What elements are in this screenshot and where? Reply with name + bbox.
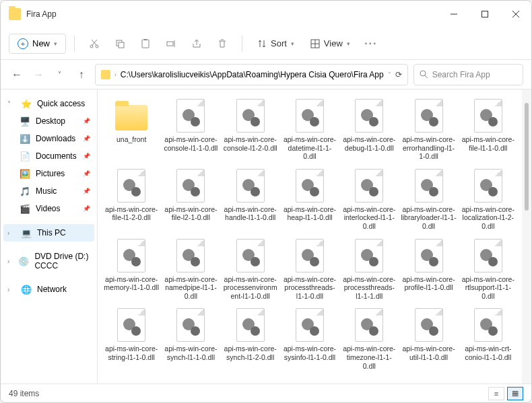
sidebar-item-this-pc[interactable]: ›💻This PC [3,224,94,242]
file-item[interactable]: api-ms-win-core-string-l1-1-0.dll [103,304,160,373]
back-button[interactable]: ← [9,65,25,85]
address-bar[interactable]: › C:\Users\karolisliucveikis\AppData\Roa… [95,64,408,85]
file-name: api-ms-win-crt-conio-l1-1-0.dll [460,344,517,361]
sidebar-item-network[interactable]: ›🌐Network [3,281,94,298]
sidebar-icon: 🎵 [20,186,30,196]
file-item[interactable]: api-ms-win-core-libraryloader-l1-1-0.dll [400,165,457,233]
file-name: api-ms-win-core-sysinfo-l1-1-0.dll [281,344,338,361]
file-item[interactable]: api-ms-win-core-processthreads-l1-1-1.dl… [341,235,397,303]
file-item[interactable]: api-ms-win-core-namedpipe-l1-1-0.dll [162,235,219,303]
recent-dropdown[interactable]: ˅ [52,65,68,85]
file-item[interactable]: api-ms-win-core-localization-l1-2-0.dll [460,165,517,233]
svg-rect-10 [167,42,173,46]
pin-icon: 📌 [83,205,90,212]
forward-button[interactable]: → [30,65,46,85]
file-item[interactable]: api-ms-win-core-sysinfo-l1-1-0.dll [281,304,338,373]
icons-view-toggle[interactable]: ▦ [507,387,523,400]
more-button[interactable]: ··· [360,32,383,55]
sort-button[interactable]: Sort ▾ [251,34,301,52]
file-name: api-ms-win-core-rtlsupport-l1-1-0.dll [460,275,517,301]
file-item[interactable]: api-ms-win-core-timezone-l1-1-0.dll [341,304,397,373]
svg-line-16 [425,75,428,78]
view-button[interactable]: View ▾ [304,34,357,52]
sidebar-item-label: Quick access [37,99,85,108]
delete-button[interactable] [211,32,234,55]
file-item[interactable]: api-ms-win-core-debug-l1-1-0.dll [341,95,397,163]
sidebar-item-desktop[interactable]: 🖥️Desktop📌 [3,112,94,130]
file-item[interactable]: api-ms-win-core-interlocked-l1-1-0.dll [341,165,397,233]
pin-icon: 📌 [83,135,90,142]
scrollbar[interactable] [522,89,531,383]
file-item[interactable]: api-ms-win-core-heap-l1-1-0.dll [281,165,338,233]
content-wrap: una_frontapi-ms-win-core-console-l1-1-0.… [98,89,531,383]
file-item[interactable]: api-ms-win-core-memory-l1-1-0.dll [103,235,160,303]
folder-item[interactable]: una_front [103,95,160,163]
file-name: api-ms-win-core-memory-l1-1-0.dll [103,275,160,292]
share-button[interactable] [185,32,208,55]
file-item[interactable]: api-ms-win-core-errorhandling-l1-1-0.dll [400,95,457,163]
file-name: api-ms-win-core-file-l1-2-0.dll [103,205,160,222]
close-button[interactable] [500,1,531,28]
rename-button[interactable] [160,32,182,55]
file-item[interactable]: api-ms-win-core-profile-l1-1-0.dll [400,235,457,303]
sidebar-icon: 💿 [18,256,29,266]
dll-file-icon [415,169,443,203]
file-item[interactable]: api-ms-win-core-file-l2-1-0.dll [162,165,219,233]
sidebar-item-label: Pictures [36,169,65,178]
sidebar-icon: 🌐 [21,284,32,295]
file-name: api-ms-win-core-localization-l1-2-0.dll [460,205,517,231]
file-item[interactable]: api-ms-win-core-console-l1-1-0.dll [162,95,219,163]
dll-file-icon [296,169,324,203]
sidebar-icon: ⭐ [21,98,32,109]
dll-file-icon [117,169,145,203]
file-item[interactable]: api-ms-win-core-datetime-l1-1-0.dll [281,95,338,163]
dll-file-icon [176,99,205,133]
details-view-toggle[interactable]: ≡ [488,387,504,400]
up-button[interactable]: ↑ [73,65,90,85]
file-name: api-ms-win-core-synch-l1-1-0.dll [162,344,219,361]
copy-button[interactable] [108,32,131,55]
svg-line-3 [512,11,519,17]
file-grid[interactable]: una_frontapi-ms-win-core-console-l1-1-0.… [98,89,522,383]
svg-rect-9 [144,39,147,40]
maximize-button[interactable] [469,1,500,28]
sidebar-item-dvd-drive-d-cccc[interactable]: ›💿DVD Drive (D:) CCCC [3,248,94,274]
cut-button[interactable] [83,32,106,55]
dll-file-icon [474,99,502,133]
dll-file-icon [296,99,324,133]
paste-button[interactable] [134,32,157,55]
search-input[interactable]: Search Fira App [413,64,523,85]
sidebar-item-label: Videos [36,204,60,213]
file-item[interactable]: api-ms-win-core-synch-l1-2-0.dll [222,304,279,373]
chevron-down-icon[interactable]: ˅ [388,71,391,78]
file-item[interactable]: api-ms-win-core-file-l1-2-0.dll [103,165,160,233]
file-item[interactable]: api-ms-win-core-console-l1-2-0.dll [222,95,279,163]
file-name: api-ms-win-core-namedpipe-l1-1-0.dll [162,275,219,301]
file-name: api-ms-win-core-processenvironment-l1-1-… [222,275,279,301]
sidebar-item-documents[interactable]: 📄Documents📌 [3,147,94,165]
file-item[interactable]: api-ms-win-core-rtlsupport-l1-1-0.dll [460,235,517,303]
file-item[interactable]: api-ms-win-core-file-l1-1-0.dll [460,95,517,163]
refresh-button[interactable]: ⟳ [395,70,402,79]
sidebar-item-pictures[interactable]: 🖼️Pictures📌 [3,165,94,182]
file-item[interactable]: api-ms-win-core-synch-l1-1-0.dll [162,304,219,373]
sidebar-item-downloads[interactable]: ⬇️Downloads📌 [3,130,94,147]
sidebar-item-quick-access[interactable]: ˅⭐Quick access [3,95,94,112]
svg-rect-6 [117,40,122,46]
minimize-button[interactable] [438,1,469,28]
file-name: api-ms-win-core-heap-l1-1-0.dll [281,205,338,222]
file-item[interactable]: api-ms-win-core-processthreads-l1-1-0.dl… [281,235,338,303]
file-item[interactable]: api-ms-win-crt-conio-l1-1-0.dll [460,304,517,373]
file-item[interactable]: api-ms-win-core-processenvironment-l1-1-… [222,235,279,303]
file-name: api-ms-win-core-libraryloader-l1-1-0.dll [401,205,457,231]
dll-file-icon [117,239,145,272]
sidebar-item-music[interactable]: 🎵Music📌 [3,182,94,200]
file-item[interactable]: api-ms-win-core-util-l1-1-0.dll [400,304,457,373]
new-button[interactable]: + New ▾ [9,34,66,54]
view-label: View [324,38,343,48]
svg-rect-7 [119,42,124,48]
dll-file-icon [474,308,502,342]
file-item[interactable]: api-ms-win-core-handle-l1-1-0.dll [222,165,279,233]
sidebar-item-videos[interactable]: 🎬Videos📌 [3,200,94,217]
scrollbar-thumb[interactable] [525,103,529,211]
